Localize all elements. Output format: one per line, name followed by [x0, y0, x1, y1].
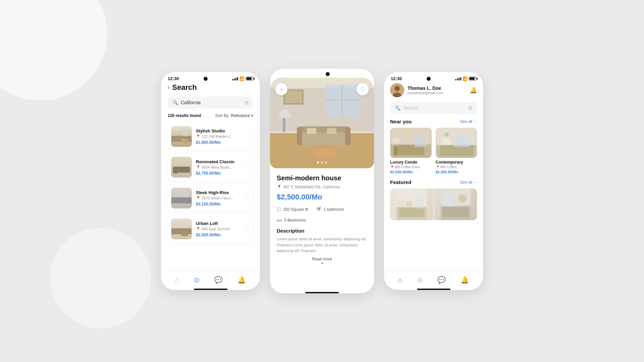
- phone-detail: 12:30: [270, 69, 374, 293]
- dot-2: [325, 162, 327, 164]
- property-name-2: Sleek High-Rise: [196, 190, 241, 195]
- notch-1: [204, 77, 208, 81]
- svg-rect-35: [399, 208, 424, 217]
- sort-value: Relevance: [231, 113, 250, 118]
- near-location-icon-0: 📍: [390, 165, 394, 169]
- bottom-nav-1: ⌂ ⊙ 💬 🔔: [161, 272, 260, 287]
- near-name-1: Contemporary: [436, 160, 477, 165]
- featured-arrow-icon: →: [473, 180, 477, 185]
- nav-chat-1[interactable]: 💬: [214, 276, 223, 284]
- home-indicator-1: [194, 289, 227, 290]
- featured-see-all[interactable]: See all →: [460, 180, 477, 185]
- bathroom-value: 1 bathroom: [324, 207, 344, 212]
- near-card-0[interactable]: Luxury Condo 📍 885 Coffee Drive $2,500.0…: [390, 128, 432, 174]
- nav-search-3[interactable]: ⊙: [417, 276, 423, 284]
- property-card-3[interactable]: Urban Loft 📍 846 East Summit $2,500.00/M…: [168, 215, 253, 243]
- detail-property-price: $2,500.00/Mo: [277, 193, 367, 201]
- near-thumb-0: [390, 128, 432, 158]
- svg-point-18: [394, 86, 400, 91]
- signal-bar: [232, 79, 233, 80]
- svg-rect-41: [442, 207, 469, 217]
- profile-text: Thomas L. Doe josephdoe@mail.com: [408, 85, 443, 95]
- location-icon-3: 📍: [196, 227, 201, 231]
- sort-dropdown[interactable]: Sort By: Relevance ▾: [215, 113, 253, 118]
- location-icon-2: 📍: [196, 196, 201, 200]
- status-time-3: 12:30: [391, 76, 402, 81]
- svg-rect-25: [392, 138, 399, 143]
- nav-bell-1[interactable]: 🔔: [237, 276, 246, 284]
- featured-svg-1: [390, 188, 433, 220]
- signal-bar: [235, 78, 236, 80]
- nav-home-3[interactable]: ⌂: [398, 276, 402, 284]
- results-count-text: 120 results found: [168, 113, 201, 118]
- filter-icon-3[interactable]: ⊟: [468, 105, 472, 111]
- page-wrapper: 12:30 📶 ‹ Search: [0, 0, 644, 362]
- favorite-button-3[interactable]: ♡: [245, 226, 250, 232]
- page-title-search: Search: [172, 83, 197, 92]
- near-room-svg-1: [436, 128, 477, 158]
- sort-chevron-icon: ▾: [251, 113, 253, 118]
- back-button-1[interactable]: ‹: [168, 84, 169, 90]
- property-price-1: $2,750.00/Mo: [196, 171, 241, 176]
- search-placeholder-3[interactable]: Search...: [403, 105, 468, 111]
- property-card-0[interactable]: Stylish Studio 📍 122 Old Maiden L... $1,…: [168, 123, 253, 150]
- favorite-button-detail[interactable]: ♡: [357, 83, 369, 95]
- heart-icon-detail: ♡: [360, 86, 365, 93]
- results-row: 120 results found Sort By: Relevance ▾: [168, 113, 253, 118]
- user-avatar: [390, 83, 404, 97]
- favorite-button-2[interactable]: ♡: [245, 195, 250, 201]
- search-header: ‹ Search: [168, 83, 253, 92]
- favorite-button-0[interactable]: ♡: [245, 133, 250, 140]
- property-info-0: Stylish Studio 📍 122 Old Maiden L... $1,…: [196, 128, 241, 145]
- notification-bell[interactable]: 🔔: [470, 86, 477, 94]
- near-you-see-all[interactable]: See all →: [460, 119, 477, 124]
- stat-bedrooms: 🛏 3 Bedrooms: [277, 217, 367, 223]
- near-thumb-1: [436, 128, 477, 158]
- description-title: Description: [277, 228, 367, 234]
- svg-rect-42: [444, 197, 454, 207]
- results-count: 120: [168, 113, 174, 118]
- svg-rect-30: [453, 136, 470, 147]
- image-dots: [317, 162, 327, 164]
- nav-chat-3[interactable]: 💬: [437, 276, 446, 284]
- svg-rect-23: [415, 138, 426, 147]
- nav-bell-3[interactable]: 🔔: [461, 276, 469, 284]
- wifi-icon-3: 📶: [463, 76, 468, 81]
- near-card-1[interactable]: Contemporary 📍 885 Coffee $2,500.00/Mo: [436, 128, 477, 174]
- read-more-button[interactable]: Read more ▾: [277, 257, 367, 265]
- back-arrow-icon: ‹: [281, 86, 282, 92]
- near-addr-1: 📍 885 Coffee: [436, 165, 477, 169]
- near-name-0: Luxury Condo: [390, 160, 432, 165]
- search-nav-icon-1: ⊙: [194, 276, 200, 284]
- favorite-button-1[interactable]: ♡: [245, 164, 250, 171]
- home-nav-icon-3: ⌂: [398, 276, 402, 284]
- property-card-1[interactable]: Renovated Classic 📍 9554 West Bucki... $…: [168, 154, 253, 181]
- search-bar-3[interactable]: 🔍 Search... ⊟: [390, 102, 477, 114]
- home-indicator-3: [417, 289, 450, 290]
- search-icon-1: 🔍: [172, 100, 178, 105]
- nav-home-1[interactable]: ⌂: [175, 276, 179, 284]
- bell-nav-icon-1: 🔔: [237, 276, 246, 284]
- filter-icon-1[interactable]: ⊟: [245, 100, 249, 105]
- results-label: results found: [175, 113, 201, 118]
- svg-rect-24: [394, 146, 398, 156]
- search-value-1[interactable]: California: [181, 100, 245, 105]
- svg-rect-9: [345, 127, 351, 145]
- detail-property-title: Semi-modern house: [277, 174, 367, 182]
- svg-rect-37: [398, 200, 405, 206]
- status-bar-1: 12:30 📶: [161, 72, 260, 83]
- status-bar-3: 12:30 📶: [384, 72, 483, 83]
- property-addr-1: 📍 9554 West Bucki...: [196, 165, 241, 170]
- property-card-2[interactable]: Sleek High-Rise 📍 7673 South Fairvi... $…: [168, 184, 253, 212]
- near-you-title: Near you: [390, 119, 412, 124]
- svg-rect-16: [285, 91, 302, 103]
- home-indicator-2: [305, 292, 339, 293]
- svg-rect-7: [299, 126, 348, 132]
- back-button-detail[interactable]: ‹: [275, 83, 287, 95]
- search-bar-1[interactable]: 🔍 California ⊟: [168, 97, 253, 109]
- nav-search-1[interactable]: ⊙: [194, 276, 200, 284]
- featured-image[interactable]: [390, 188, 477, 220]
- property-addr-0: 📍 122 Old Maiden L...: [196, 134, 241, 139]
- near-price-1: $2,500.00/Mo: [436, 170, 477, 174]
- bg-decoration-1: [0, 0, 107, 101]
